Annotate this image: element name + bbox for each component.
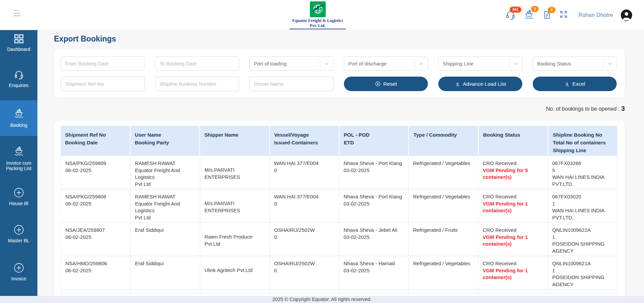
shipline-booking-number-input[interactable] xyxy=(155,77,239,91)
column-header-type-commodity: Type / Commodity xyxy=(409,126,479,156)
vessel-name-input[interactable] xyxy=(250,77,333,91)
chevron-down-icon xyxy=(509,61,522,67)
cell-line: CRO Received xyxy=(483,193,544,200)
advance-load-list-button[interactable]: Advance Load List xyxy=(438,77,522,91)
cell-line: 1 xyxy=(552,267,614,274)
sidebar-item-house-bl[interactable]: House Bl xyxy=(0,185,37,208)
cell-line: Raien Fresh Produce Pvt.Ltd xyxy=(205,233,266,247)
user-name[interactable]: Rohan Dhotre xyxy=(578,12,613,18)
cell-empty xyxy=(200,290,270,294)
table-row[interactable]: NSA/PKG/25980906-02-2025RAMESH RAWATEqua… xyxy=(61,156,617,189)
table-row[interactable]: NSA/HMD/25980606-02-2025Eraf SiddiquiUli… xyxy=(61,256,617,290)
fullscreen-icon[interactable] xyxy=(559,10,568,20)
chevron-down-icon xyxy=(604,61,616,67)
sidebar-item-label: Invoice xyxy=(11,276,26,281)
cell-empty xyxy=(130,290,200,294)
port-of-loading-select[interactable]: Port of loading xyxy=(250,56,333,71)
cell-line: Equator Freight And Logistics xyxy=(135,167,196,181)
cell-line: PVT.LTD. xyxy=(552,214,614,221)
table-row[interactable]: NSA/JEA/25980706-02-2025Eraf SiddiquiRai… xyxy=(61,223,617,256)
port-of-discharge-select[interactable]: Port of discharge xyxy=(344,56,428,71)
cell-line: 06-02-2025 xyxy=(65,267,127,274)
sidebar-nav: DashboardEnquiriesBookingInvoice cumPack… xyxy=(0,30,37,296)
sidebar-item-label: Invoice cumPacking List xyxy=(6,160,31,171)
cell-line: Nhava Sheva - Port Klang xyxy=(344,160,405,167)
cell-line: 067FX03020 xyxy=(552,193,614,200)
cell-line: Refrigerated / Vegetables xyxy=(413,260,474,267)
sidebar-item-enquiries[interactable]: Enquiries xyxy=(0,68,37,90)
cell-user-name: Eraf Siddiqui xyxy=(130,256,200,289)
cell-pol-pod: Nhava Sheva - Hamad03-02-2025 xyxy=(339,256,409,289)
vgm-pending-alert[interactable]: VGM Pending for 1 container(s) xyxy=(483,200,544,214)
cell-line: WAN HAI 377/E004 xyxy=(274,160,335,167)
sidebar-item-invoice-cum-packing-list[interactable]: Invoice cumPacking List xyxy=(0,143,37,174)
cell-line: 03-02-2025 xyxy=(344,267,405,274)
filters-panel: Port of loadingPort of dischargeShipping… xyxy=(54,49,625,98)
sidebar-item-label: Enquiries xyxy=(9,83,28,88)
vgm-pending-alert[interactable]: VGM Pending for 1 container(s) xyxy=(483,234,544,248)
cell-vessel-voyage: OSHAIRIJ/2502W0 xyxy=(270,256,339,289)
company-name: Equator Freight & Logistics Pvt. Ltd. xyxy=(289,18,346,29)
to-booking-date-input[interactable] xyxy=(155,56,239,71)
column-header-vessel-voyage: Vessel/VoyageIssued Containers xyxy=(270,126,340,156)
reset-button[interactable]: Reset xyxy=(344,77,428,91)
page-title: Export Bookings xyxy=(54,34,116,44)
sidebar-item-invoice[interactable]: Invoice xyxy=(0,261,37,283)
plus-circle-icon xyxy=(13,224,24,235)
sidebar-item-dashboard[interactable]: Dashboard xyxy=(0,32,37,54)
cell-line: Refrigerated / Vegetables xyxy=(413,160,474,167)
cell-line: NSA/PKG/259808 xyxy=(65,193,127,200)
cell-shipline-booking: 067FX030201WAN HAI LINES INDIAPVT.LTD. xyxy=(548,189,617,222)
booking-status-select[interactable]: Booking Status xyxy=(533,56,617,71)
cell-line: Nhava Sheva - Jebel Ali xyxy=(344,227,405,234)
vgm-pending-alert[interactable]: VGM Pending for 1 container(s) xyxy=(483,267,544,281)
cell-line: Pvt Ltd xyxy=(135,214,196,221)
column-header-shipment-ref-no: Shipment Ref NoBooking Date xyxy=(61,126,130,156)
filter-row-1: Port of loadingPort of dischargeShipping… xyxy=(61,56,617,71)
cell-line: OSHAIRIJ/2502W xyxy=(274,227,335,234)
sidebar-item-label: Master BL xyxy=(8,238,30,243)
cell-pol-pod: Nhava Sheva - Jebel Ali03-02-2025 xyxy=(339,223,409,256)
cell-line: 03-02-2025 xyxy=(344,200,405,208)
table-row-partial xyxy=(61,290,617,293)
excel-button[interactable]: Excel xyxy=(533,77,617,91)
notification-ship-button[interactable]: 3 xyxy=(523,9,535,21)
sidebar-item-label: Booking xyxy=(10,122,27,128)
cell-shipment-ref: NSA/JEA/25980706-02-2025 xyxy=(61,223,130,256)
notification-document-button[interactable]: 0 xyxy=(543,10,552,20)
cell-line: 0 xyxy=(274,267,335,274)
cell-line: PVT. LTD. xyxy=(552,288,614,289)
cell-line: PVT.LTD. xyxy=(552,181,614,188)
sidebar-toggle-menu-icon[interactable] xyxy=(13,10,21,18)
cell-line: PVT. LTD. xyxy=(552,254,614,256)
select-value: Port of discharge xyxy=(344,61,414,66)
table-row[interactable]: NSA/PKG/25980806-02-2025RAMESH RAWATEqua… xyxy=(61,189,617,223)
cell-line: CRO Received xyxy=(483,227,544,234)
chevron-down-icon xyxy=(415,61,428,67)
user-avatar[interactable] xyxy=(621,9,632,21)
sidebar-item-booking[interactable]: Booking xyxy=(0,100,37,136)
select-value: Shipping Line xyxy=(439,61,509,66)
cell-line: WAN HAI LINES INDIA xyxy=(552,207,614,214)
cell-shipline-booking: 067FX032665WAN HAI LINES INDIAPVT.LTD. xyxy=(548,156,617,189)
bookings-note-value: 3 xyxy=(621,105,625,112)
from-booking-date-input[interactable] xyxy=(61,56,145,71)
cell-line: 1 xyxy=(552,234,614,241)
notification-badge: 0 xyxy=(548,7,556,13)
cell-vessel-voyage: WAN HAI 377/E0040 xyxy=(270,156,339,189)
cell-line: Nhava Sheva - Hamad xyxy=(344,260,405,267)
cell-vessel-voyage: WAN HAI 377/E0040 xyxy=(270,189,339,222)
cell-line: RAMESH RAWAT xyxy=(135,160,196,167)
topbar: Equator Freight & Logistics Pvt. Ltd. 84… xyxy=(0,0,644,30)
shipment-ref-no-input[interactable] xyxy=(61,77,145,91)
shipping-line-select[interactable]: Shipping Line xyxy=(438,56,522,71)
cell-user-name: RAMESH RAWATEquator Freight And Logistic… xyxy=(130,156,200,189)
sidebar-item-master-bl[interactable]: Master BL xyxy=(0,222,37,245)
dashboard-icon xyxy=(14,34,24,44)
cell-line: 03-02-2025 xyxy=(344,234,405,241)
cell-line: M/s.PARVATI ENTERPRISES xyxy=(205,167,266,181)
cell-line: Equator Freight And Logistics xyxy=(135,200,196,214)
cell-empty xyxy=(339,290,409,294)
vgm-pending-alert[interactable]: VGM Pending for 5 container(s) xyxy=(483,167,544,181)
notification-headset-button[interactable]: 841 xyxy=(505,10,516,20)
